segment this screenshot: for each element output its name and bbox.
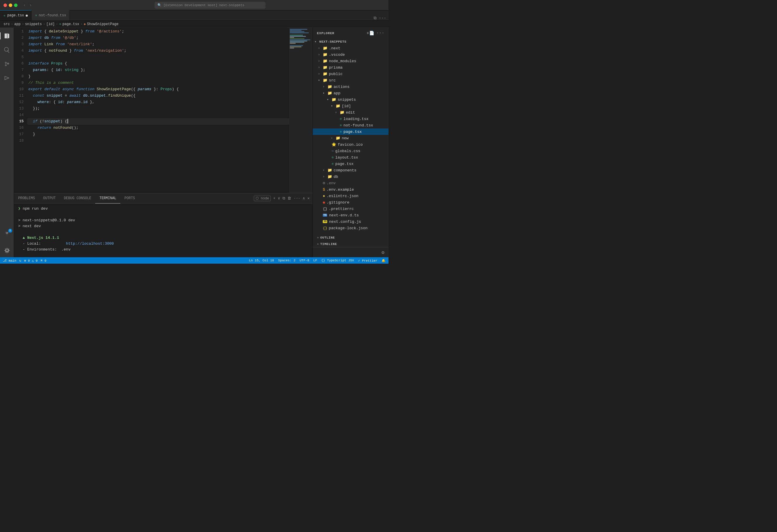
split-terminal-icon[interactable]: ⧉: [283, 196, 285, 201]
tree-package-lock[interactable]: › {} package-lock.json: [313, 225, 388, 231]
tree-node-modules[interactable]: › 📁 node_modules: [313, 58, 388, 64]
bc-src[interactable]: src: [3, 22, 10, 26]
minimap: [289, 28, 313, 193]
tab-problems[interactable]: PROBLEMS: [14, 193, 39, 204]
main-layout: 1 12345 678910 1112131415 161718 import …: [0, 28, 388, 257]
activity-extensions[interactable]: 1: [0, 227, 14, 241]
code-line-6: interface Props {: [27, 60, 289, 67]
minimize-button[interactable]: [9, 3, 12, 7]
tree-id-folder[interactable]: ▾ 📁 [id]: [313, 103, 388, 109]
errors-warnings[interactable]: ⊗ 0 △ 0: [24, 259, 38, 263]
split-editor-icon[interactable]: ⧉: [373, 16, 376, 20]
add-terminal-icon[interactable]: +: [273, 196, 275, 201]
tree-page-tsx-app[interactable]: › ⚛ page.tsx: [313, 161, 388, 167]
bc-func-icon: ◈: [84, 22, 86, 26]
tab-output[interactable]: OUTPUT: [39, 193, 60, 204]
tab-not-found-tsx[interactable]: ⚛ not-found.tsx: [31, 10, 70, 20]
maximize-button[interactable]: [14, 3, 17, 7]
tree-src[interactable]: ▾ 📁 src: [313, 77, 388, 84]
search-icon: 🔍: [157, 3, 161, 7]
more-options-icon[interactable]: ···: [376, 31, 384, 36]
activity-search[interactable]: [0, 43, 14, 57]
close-panel-icon[interactable]: ✕: [307, 196, 310, 201]
project-root[interactable]: ▾ NEXT-SNIPPETS: [313, 38, 388, 45]
tab-debug[interactable]: DEBUG CONSOLE: [60, 193, 96, 204]
terminal-menu-icon[interactable]: ∨: [278, 196, 280, 201]
tree-snippets[interactable]: ▾ 📁 snippets: [313, 96, 388, 103]
tree-next-config[interactable]: › JS next.config.js: [313, 219, 388, 225]
more-actions-icon[interactable]: ···: [379, 16, 386, 20]
tree-prettierrc[interactable]: › {} .prettierrc: [313, 206, 388, 212]
prettier-status[interactable]: ✓ Prettier: [358, 259, 377, 263]
bc-snippets[interactable]: snippets: [25, 22, 42, 26]
language-mode[interactable]: {} TypeScript JSX: [321, 259, 354, 262]
forward-arrow[interactable]: ›: [28, 2, 33, 8]
encoding[interactable]: UTF-8: [300, 259, 309, 262]
indentation[interactable]: Spaces: 2: [278, 259, 295, 262]
terminal-more-icon[interactable]: ···: [294, 196, 300, 201]
tree-next-env[interactable]: › TS next-env.d.ts: [313, 212, 388, 219]
code-line-16: return notFound();: [27, 125, 289, 131]
tree-eslintrc[interactable]: › ● .eslintrc.json: [313, 193, 388, 199]
sidebar-settings-icon[interactable]: ⚙: [381, 250, 384, 256]
bc-app[interactable]: app: [14, 22, 21, 26]
activity-git[interactable]: [0, 57, 14, 71]
bc-func[interactable]: ShowSnippetPage: [87, 22, 119, 26]
tab-terminal[interactable]: TERMINAL: [95, 193, 120, 204]
tree-prisma[interactable]: › 📁 prisma: [313, 64, 388, 71]
tree-loading-tsx[interactable]: › ⚛ loading.tsx: [313, 116, 388, 122]
code-editor[interactable]: import { deleteSnippet } from '@/actions…: [27, 28, 289, 193]
editor-area: 12345 678910 1112131415 161718 import { …: [14, 28, 313, 193]
tree-gitignore[interactable]: › ◉ .gitignore: [313, 199, 388, 206]
tree-globals-css[interactable]: › ~ globals.css: [313, 148, 388, 154]
cursor-position[interactable]: Ln 15, Col 18: [249, 259, 274, 262]
back-arrow[interactable]: ‹: [22, 2, 27, 8]
tab-page-tsx[interactable]: ⚛ page.tsx: [0, 10, 31, 20]
tree-actions[interactable]: › 📁 actions: [313, 84, 388, 90]
terminal-content[interactable]: ❯ npm run dev > next-snippets@0.1.0 dev …: [14, 204, 313, 257]
tree-vscode[interactable]: › 📁 .vscode: [313, 51, 388, 58]
tree-components[interactable]: › 📁 components: [313, 167, 388, 173]
bc-page-tsx[interactable]: page.tsx: [63, 22, 80, 26]
sidebar-bottom: ⚙: [313, 247, 388, 257]
bc-icon: ⚛: [59, 22, 61, 26]
tree-db[interactable]: › 📁 db: [313, 173, 388, 180]
chevron-up-icon[interactable]: ∧: [303, 196, 305, 201]
tree-env-example[interactable]: › $ .env.example: [313, 186, 388, 193]
close-button[interactable]: [3, 3, 7, 7]
panel-tab-actions: ⬡ node + ∨ ⧉ 🗑 ··· ∧ ✕: [254, 195, 313, 201]
trash-icon[interactable]: 🗑: [288, 196, 291, 201]
activity-run[interactable]: [0, 71, 14, 85]
timeline-section[interactable]: › TIMELINE: [313, 241, 388, 247]
ports-count[interactable]: ⌘ 0: [40, 259, 46, 263]
tree-page-tsx-active[interactable]: › ⚛ page.tsx: [313, 128, 388, 135]
nav-arrows: ‹ ›: [22, 2, 33, 8]
tab-ports[interactable]: PORTS: [120, 193, 139, 204]
notification-bell[interactable]: 🔔: [381, 259, 385, 263]
search-bar[interactable]: 🔍 [Extension Development Host] next-snip…: [154, 2, 265, 9]
line-endings[interactable]: LF: [313, 259, 317, 262]
new-file-icon[interactable]: +📄: [366, 31, 374, 36]
tree-layout-tsx[interactable]: › ⚛ layout.tsx: [313, 154, 388, 161]
git-branch[interactable]: ⎇ main: [3, 259, 16, 263]
tree-new[interactable]: › 📁 new: [313, 135, 388, 141]
activity-explorer[interactable]: [0, 29, 14, 43]
code-line-9: // This is a comment: [27, 80, 289, 86]
activity-settings[interactable]: [0, 243, 14, 257]
tree-favicon[interactable]: › ⭐ favicon.ico: [313, 141, 388, 148]
status-left: ⎇ main ↻ ⊗ 0 △ 0 ⌘ 0: [3, 259, 46, 263]
tree-edit[interactable]: › 📁 edit: [313, 109, 388, 116]
tree-not-found-tsx[interactable]: › ⚛ not-found.tsx: [313, 122, 388, 128]
sync-icon[interactable]: ↻: [19, 259, 21, 263]
outline-section[interactable]: › OUTLINE: [313, 234, 388, 241]
terminal-line-6: ▲ Next.js 14.1.1: [18, 235, 309, 241]
breadcrumb: src › app › snippets › [id] › ⚛ page.tsx…: [0, 21, 388, 28]
timeline-label: TIMELINE: [320, 242, 337, 246]
terminal-line-1: ❯ npm run dev: [18, 206, 309, 212]
tree-app[interactable]: ▾ 📁 app: [313, 90, 388, 96]
tree-env[interactable]: › ⚙ .env: [313, 180, 388, 186]
tree-next[interactable]: › 📁 .next: [313, 45, 388, 51]
tree-public[interactable]: › 📁 public: [313, 71, 388, 77]
bc-id[interactable]: [id]: [46, 22, 54, 26]
outline-arrow: ›: [317, 236, 319, 239]
